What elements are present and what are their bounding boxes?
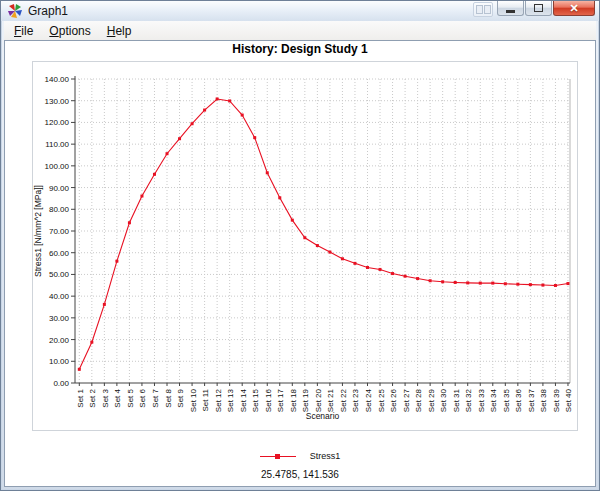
series-marker [504, 282, 507, 285]
cursor-coordinates: 25.4785, 141.536 [5, 469, 595, 480]
series-marker [90, 341, 93, 344]
x-tick-label: Set 32 [464, 388, 473, 412]
x-tick-label: Set 12 [214, 388, 223, 412]
y-tick-label: 50.00 [49, 270, 70, 279]
series-marker [278, 196, 281, 199]
y-tick-label: 140.00 [45, 75, 70, 84]
x-tick-label: Set 13 [226, 388, 235, 412]
window-controls: ✕ [473, 1, 595, 17]
window-title: Graph1 [28, 1, 68, 21]
close-button[interactable]: ✕ [553, 1, 595, 16]
series-marker [416, 277, 419, 280]
x-tick-label: Set 18 [289, 388, 298, 412]
x-tick-label: Set 28 [414, 388, 423, 412]
series-marker [404, 275, 407, 278]
x-tick-label: Set 19 [301, 388, 310, 412]
x-tick-label: Set 5 [126, 388, 135, 407]
series-stress1 [78, 97, 570, 370]
y-tick-label: 100.00 [45, 162, 70, 171]
x-tick-label: Set 3 [101, 388, 110, 407]
pane-ghost-icon [473, 2, 493, 17]
x-tick-label: Set 9 [176, 388, 185, 407]
legend-label: Stress1 [310, 451, 341, 461]
x-tick-label: Set 10 [189, 388, 198, 412]
series-marker [115, 260, 118, 263]
x-tick-label: Set 34 [489, 388, 498, 412]
series-marker [479, 282, 482, 285]
series-marker [391, 272, 394, 275]
series-marker [353, 262, 356, 265]
series-marker [216, 97, 219, 100]
close-icon: ✕ [569, 2, 578, 15]
x-tick-label: Set 15 [251, 388, 260, 412]
series-marker [191, 122, 194, 125]
y-tick-label: 40.00 [49, 292, 70, 301]
y-tick-label: 30.00 [49, 314, 70, 323]
series-marker [153, 173, 156, 176]
x-tick-label: Set 6 [138, 388, 147, 407]
y-tick-label: 60.00 [49, 249, 70, 258]
series-marker [441, 280, 444, 283]
x-tick-label: Set 29 [427, 388, 436, 412]
series-marker [203, 109, 206, 112]
x-axis-title: Scenario [306, 411, 340, 421]
y-tick-label: 110.00 [45, 140, 69, 149]
series-marker [103, 303, 106, 306]
y-tick-label: 130.00 [45, 97, 70, 106]
menu-item-help[interactable]: Help [99, 22, 140, 40]
y-tick-label: 90.00 [49, 184, 70, 193]
series-marker [529, 283, 532, 286]
x-tick-label: Set 27 [402, 388, 411, 412]
series-marker [241, 114, 244, 117]
series-marker [566, 282, 569, 285]
x-tick-label: Set 38 [539, 388, 548, 412]
x-tick-label: Set 33 [477, 388, 486, 412]
x-tick-label: Set 30 [439, 388, 448, 412]
client-area: History: Design Study 1 0.0010.0020.0030… [4, 40, 596, 487]
series-marker [491, 282, 494, 285]
menu-item-file[interactable]: File [6, 22, 41, 40]
y-tick-label: 0.00 [53, 379, 69, 388]
x-tick-label: Set 20 [314, 388, 323, 412]
series-marker [516, 283, 519, 286]
y-tick-label: 10.00 [49, 357, 70, 366]
y-axis-title: Stress1 [N/mm^2 [MPa]] [33, 185, 43, 277]
maximize-button[interactable] [525, 1, 552, 16]
series-marker [466, 281, 469, 284]
series-marker [228, 99, 231, 102]
legend: Stress1 [5, 449, 595, 463]
plot-svg: 0.0010.0020.0030.0040.0050.0060.0070.008… [33, 62, 577, 430]
y-tick-label: 80.00 [49, 205, 70, 214]
x-tick-label: Set 31 [452, 388, 461, 412]
series-marker [379, 268, 382, 271]
menu-item-options[interactable]: Options [41, 22, 98, 40]
x-tick-label: Set 14 [239, 388, 248, 412]
series-marker [366, 266, 369, 269]
app-icon [8, 4, 22, 18]
x-tick-label: Set 21 [326, 388, 335, 412]
minimize-button[interactable] [497, 1, 524, 16]
x-tick-label: Set 24 [364, 388, 373, 412]
x-tick-label: Set 40 [564, 388, 573, 412]
series-marker [291, 219, 294, 222]
series-marker [328, 251, 331, 254]
gridlines [75, 79, 570, 383]
x-tick-label: Set 1 [76, 388, 85, 407]
series-marker [454, 281, 457, 284]
y-tick-label: 20.00 [49, 336, 70, 345]
series-marker [166, 152, 169, 155]
app-window: { "window": { "title": "Graph1", "icon":… [0, 0, 600, 491]
x-tick-label: Set 4 [113, 388, 122, 407]
x-tick-label: Set 8 [164, 388, 173, 407]
series-marker [266, 171, 269, 174]
x-tick-label: Set 22 [339, 388, 348, 412]
series-marker [78, 368, 81, 371]
series-marker [341, 257, 344, 260]
x-tick-label: Set 36 [514, 388, 523, 412]
x-tick-label: Set 25 [377, 388, 386, 412]
series-marker [316, 244, 319, 247]
x-tick-label: Set 39 [552, 388, 561, 412]
series-marker [541, 284, 544, 287]
x-tick-label: Set 2 [88, 388, 97, 407]
legend-marker-icon [275, 454, 280, 459]
